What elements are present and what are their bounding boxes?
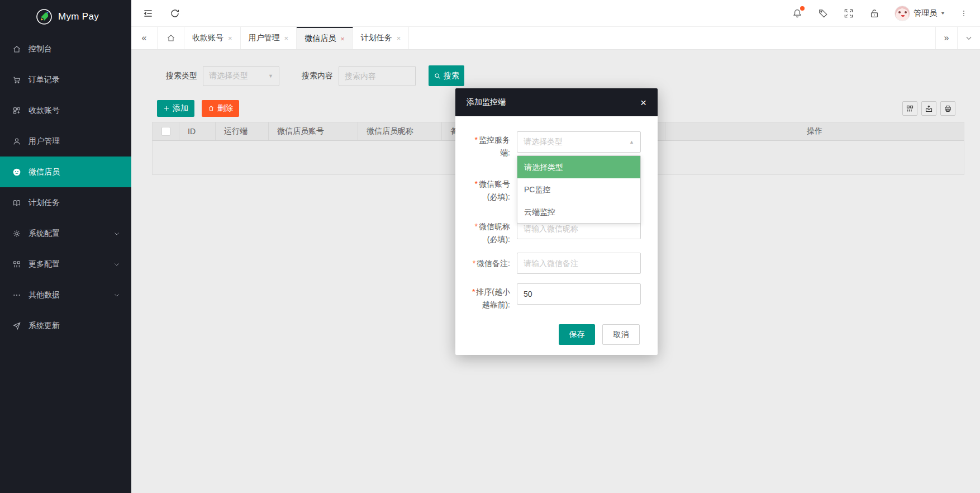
search-bar: 搜索类型 请选择类型 ▼ 搜索内容 搜索 [166, 65, 464, 86]
field-label-account: *微信账号 (必填): [461, 178, 510, 203]
tab-label: 收款账号 [192, 33, 223, 43]
close-icon[interactable]: × [340, 35, 345, 43]
search-content-label: 搜索内容 [302, 71, 333, 81]
ellipsis-icon [12, 291, 21, 300]
sidebar-item-label: 其他数据 [28, 290, 60, 300]
search-button[interactable]: 搜索 [429, 65, 464, 86]
delete-button[interactable]: 删除 [202, 100, 239, 117]
close-icon[interactable]: × [640, 97, 646, 108]
tab-home[interactable] [158, 27, 184, 49]
unlock-icon[interactable] [869, 8, 880, 19]
columns-filter-button[interactable] [902, 101, 917, 116]
columns-icon [906, 105, 914, 113]
add-button[interactable]: 添加 [157, 100, 194, 117]
column-header-account: 微信店员账号 [269, 122, 358, 140]
delete-button-label: 删除 [217, 103, 233, 113]
dropdown-option-pc[interactable]: PC监控 [517, 178, 640, 201]
topbar-left [131, 8, 180, 19]
search-type-value: 请选择类型 [209, 71, 248, 81]
home-icon [166, 34, 175, 42]
wechat-remark-input[interactable] [517, 253, 641, 274]
tag-icon[interactable] [817, 8, 829, 19]
user-name: 管理员 [914, 8, 937, 18]
dropdown-option-placeholder[interactable]: 请选择类型 [517, 156, 640, 178]
required-asterisk: * [475, 179, 478, 188]
close-icon[interactable]: × [397, 34, 401, 42]
collapse-sidebar-icon[interactable] [142, 8, 154, 19]
monitor-server-placeholder: 请选择类型 [524, 137, 563, 147]
print-button[interactable] [940, 101, 955, 116]
tab-label: 用户管理 [249, 33, 280, 43]
column-header-nickname: 微信店员昵称 [358, 122, 442, 140]
export-button[interactable] [921, 101, 936, 116]
sidebar-item-console[interactable]: 控制台 [0, 34, 131, 64]
notifications-button[interactable] [792, 8, 803, 19]
sidebar-item-users[interactable]: 用户管理 [0, 126, 131, 157]
chevron-down-icon [113, 230, 120, 237]
search-type-label: 搜索类型 [166, 71, 197, 81]
sidebar-item-wechat-clerk[interactable]: 微信店员 [0, 157, 131, 187]
monitor-server-dropdown: 请选择类型 PC监控 云端监控 [517, 155, 641, 224]
close-icon[interactable]: × [228, 34, 232, 42]
home-icon [12, 45, 21, 54]
tabbar-right: » [935, 27, 980, 49]
component-icon [12, 106, 21, 115]
tab-users[interactable]: 用户管理 × [241, 27, 297, 49]
tabs-scroll-left-button[interactable]: « [131, 27, 158, 49]
field-label-sort: *排序(越小 越靠前): [461, 286, 510, 311]
print-icon [944, 105, 952, 113]
fullscreen-icon[interactable] [843, 8, 854, 19]
dropdown-option-cloud[interactable]: 云端监控 [517, 201, 640, 223]
close-icon[interactable]: × [284, 34, 289, 42]
field-label-remark: *微信备注: [461, 257, 510, 270]
required-asterisk: * [475, 135, 478, 144]
sidebar-item-scheduled-tasks[interactable]: 计划任务 [0, 187, 131, 218]
user-avatar [895, 6, 910, 21]
sidebar-item-other-data[interactable]: 其他数据 [0, 279, 131, 310]
search-content-input[interactable] [339, 66, 416, 86]
modal-header: 添加监控端 × [455, 88, 658, 116]
export-icon [925, 105, 933, 113]
send-icon [12, 321, 21, 330]
column-header-actions: 操作 [665, 122, 964, 140]
sidebar-item-accounts[interactable]: 收款账号 [0, 95, 131, 126]
sidebar-item-more-config[interactable]: 更多配置 [0, 249, 131, 279]
table-tools [902, 101, 964, 116]
refresh-icon[interactable] [169, 8, 180, 19]
cart-icon [12, 75, 21, 84]
select-all-checkbox[interactable] [161, 127, 170, 136]
save-button[interactable]: 保存 [559, 324, 595, 345]
tabbar: « 收款账号 × 用户管理 × 微信店员 × 计划任务 × » [131, 27, 980, 50]
field-label-server: *监控服务 端: [461, 134, 510, 159]
tabs-menu-button[interactable] [957, 27, 980, 49]
chevron-down-icon: ▼ [940, 11, 945, 16]
sidebar-item-label: 控制台 [28, 44, 52, 54]
cancel-button[interactable]: 取消 [602, 324, 640, 345]
kebab-menu-icon[interactable] [960, 8, 968, 19]
search-type-select[interactable]: 请选择类型 ▼ [203, 66, 279, 86]
column-header-id: ID [179, 122, 216, 140]
notification-badge-dot [800, 6, 805, 11]
sidebar-item-system-config[interactable]: 系统配置 [0, 218, 131, 249]
monitor-server-select[interactable]: 请选择类型 ▲ [517, 131, 641, 153]
tab-wechat-clerk[interactable]: 微信店员 × [297, 27, 353, 49]
chevron-down-icon [113, 261, 120, 268]
plus-icon [163, 105, 170, 112]
trash-icon [208, 105, 215, 112]
tab-label: 计划任务 [361, 33, 392, 43]
brand-name: Mym Pay [58, 11, 99, 22]
sidebar-item-label: 订单记录 [28, 75, 60, 85]
sidebar-item-orders[interactable]: 订单记录 [0, 64, 131, 95]
modal-title: 添加监控端 [467, 97, 506, 107]
user-menu[interactable]: 管理员 ▼ [895, 6, 945, 21]
add-monitor-modal: 添加监控端 × *监控服务 端: 请选择类型 ▲ *微信账号 (必填): 请选择… [455, 88, 658, 355]
sidebar-item-system-update[interactable]: 系统更新 [0, 310, 131, 341]
tabs-scroll-right-button[interactable]: » [935, 27, 957, 49]
sort-input[interactable] [517, 283, 641, 305]
tab-accounts[interactable]: 收款账号 × [184, 27, 241, 49]
sidebar-menu: 控制台 订单记录 收款账号 用户管理 微信店员 计划任务 [0, 34, 131, 341]
add-button-label: 添加 [173, 103, 188, 113]
tab-scheduled-tasks[interactable]: 计划任务 × [353, 27, 410, 49]
topbar: 管理员 ▼ [131, 0, 980, 27]
gear-icon [12, 229, 21, 238]
